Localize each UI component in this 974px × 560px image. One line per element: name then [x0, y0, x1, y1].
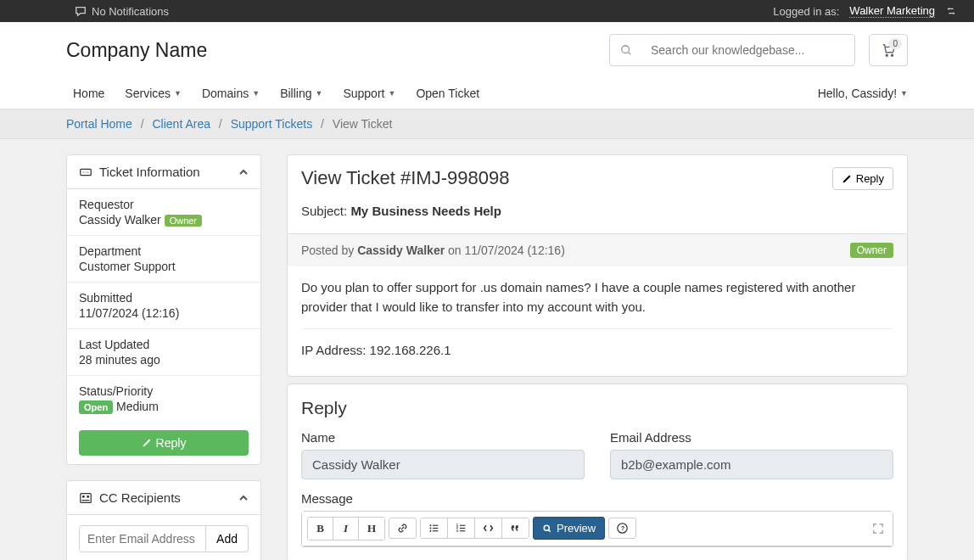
ticket-title: View Ticket #IMJ-998098 — [301, 167, 509, 189]
cc-header[interactable]: CC Recipients — [67, 481, 260, 515]
department-value: Customer Support — [79, 260, 249, 273]
ip-value: 192.168.226.1 — [370, 343, 451, 357]
updated-label: Last Updated — [79, 338, 249, 351]
caret-icon: ▼ — [388, 89, 395, 98]
post-body-text: Do you plan to offer support for .us dom… — [301, 278, 893, 316]
svg-rect-7 — [81, 493, 91, 502]
name-input[interactable] — [301, 450, 585, 479]
search-icon — [542, 524, 552, 534]
help-icon: ? — [617, 523, 628, 534]
sidebar-reply-button[interactable]: Reply — [79, 430, 249, 456]
info-submitted: Submitted 11/07/2024 (12:16) — [67, 283, 260, 329]
cart-badge: 0 — [888, 38, 902, 49]
pencil-icon — [842, 174, 852, 184]
ol-button[interactable]: 123 — [448, 518, 475, 538]
code-icon — [483, 523, 494, 534]
nav-billing[interactable]: Billing▼ — [273, 78, 329, 109]
search-wrap — [609, 34, 855, 66]
nav-services[interactable]: Services▼ — [118, 78, 188, 109]
breadcrumb-tickets[interactable]: Support Tickets — [231, 117, 313, 131]
caret-icon: ▼ — [252, 89, 260, 98]
nav-support[interactable]: Support▼ — [336, 78, 402, 109]
chevron-up-icon — [238, 167, 249, 177]
post-suffix: on 11/07/2024 (12:16) — [445, 244, 565, 257]
nav-domains[interactable]: Domains▼ — [195, 78, 266, 109]
help-button[interactable]: ? — [608, 518, 636, 539]
requestor-value: Cassidy Walker — [79, 213, 161, 227]
svg-point-6 — [87, 171, 88, 172]
nav-open-ticket[interactable]: Open Ticket — [409, 78, 486, 109]
status-label: Status/Priority — [79, 384, 249, 398]
svg-point-8 — [82, 496, 84, 497]
submitted-value: 11/07/2024 (12:16) — [79, 306, 249, 320]
nav: Home Services▼ Domains▼ Billing▼ Support… — [0, 78, 974, 109]
breadcrumb-portal[interactable]: Portal Home — [66, 117, 132, 131]
nav-open-ticket-label: Open Ticket — [416, 87, 479, 100]
svg-point-12 — [429, 530, 431, 532]
post-meta: Posted by Cassidy Walker on 11/07/2024 (… — [288, 233, 907, 266]
code-button[interactable] — [475, 518, 502, 538]
svg-text:3: 3 — [456, 529, 459, 533]
svg-point-1 — [886, 54, 887, 56]
info-updated: Last Updated 28 minutes ago — [67, 329, 260, 376]
nav-home[interactable]: Home — [66, 78, 111, 109]
breadcrumb: Portal Home / Client Area / Support Tick… — [0, 109, 974, 139]
nav-home-label: Home — [73, 87, 104, 100]
ticket-info-header[interactable]: Ticket Information — [67, 155, 260, 189]
logged-in-user[interactable]: Walker Marketing — [849, 4, 935, 18]
brand[interactable]: Company Name — [66, 39, 207, 62]
search-input[interactable] — [642, 43, 854, 57]
svg-rect-14 — [433, 528, 439, 529]
cc-add-button[interactable]: Add — [206, 525, 249, 552]
link-button[interactable] — [389, 518, 417, 539]
pencil-icon — [142, 438, 152, 448]
info-status: Status/Priority Open Medium — [67, 376, 260, 422]
ticket-info-title: Ticket Information — [99, 165, 200, 179]
svg-point-0 — [622, 46, 630, 53]
info-department: Department Customer Support — [67, 236, 260, 283]
notifications-link[interactable]: No Notifications — [75, 5, 169, 18]
nav-billing-label: Billing — [280, 87, 311, 100]
caret-icon: ▼ — [316, 89, 323, 98]
caret-icon: ▼ — [900, 89, 908, 98]
svg-rect-13 — [433, 525, 439, 526]
breadcrumb-client[interactable]: Client Area — [152, 117, 210, 131]
status-badge: Open — [79, 400, 113, 414]
caret-icon: ▼ — [174, 89, 182, 98]
cc-title: CC Recipients — [99, 490, 181, 505]
swap-icon[interactable] — [945, 5, 957, 17]
svg-rect-15 — [433, 530, 439, 531]
email-input[interactable] — [610, 450, 893, 479]
reply-button-top[interactable]: Reply — [832, 167, 893, 190]
quote-button[interactable] — [502, 518, 529, 538]
comment-icon — [75, 5, 87, 17]
italic-button[interactable]: I — [333, 518, 359, 540]
reply-card: Reply Name Email Address Message B I H — [287, 384, 908, 561]
ul-button[interactable] — [421, 518, 448, 538]
expand-button[interactable] — [869, 519, 887, 538]
svg-point-11 — [429, 528, 431, 529]
heading-button[interactable]: H — [359, 518, 384, 540]
post-ip: IP Address: 192.168.226.1 — [301, 341, 893, 361]
divider — [301, 328, 893, 329]
ticket-info-panel: Ticket Information Requestor Cassidy Wal… — [66, 154, 261, 465]
department-label: Department — [79, 244, 249, 258]
topbar: No Notifications Logged in as: Walker Ma… — [0, 0, 974, 22]
preview-label: Preview — [557, 522, 596, 535]
priority-value: Medium — [116, 400, 159, 413]
updated-value: 28 minutes ago — [79, 353, 249, 367]
logged-in-label: Logged in as: — [773, 5, 839, 18]
cc-panel: CC Recipients Add — [66, 480, 261, 560]
cart-button[interactable]: 0 — [869, 34, 908, 66]
preview-button[interactable]: Preview — [533, 517, 605, 540]
bold-button[interactable]: B — [308, 518, 333, 540]
submitted-label: Submitted — [79, 291, 249, 305]
cc-email-input[interactable] — [79, 525, 206, 552]
email-label: Email Address — [610, 430, 893, 445]
cc-icon — [79, 491, 92, 505]
info-requestor: Requestor Cassidy Walker Owner — [67, 189, 260, 236]
reply-button-top-label: Reply — [856, 172, 884, 185]
expand-icon — [872, 523, 884, 535]
svg-text:?: ? — [621, 524, 625, 532]
user-menu[interactable]: Hello, Cassidy! ▼ — [818, 78, 908, 109]
